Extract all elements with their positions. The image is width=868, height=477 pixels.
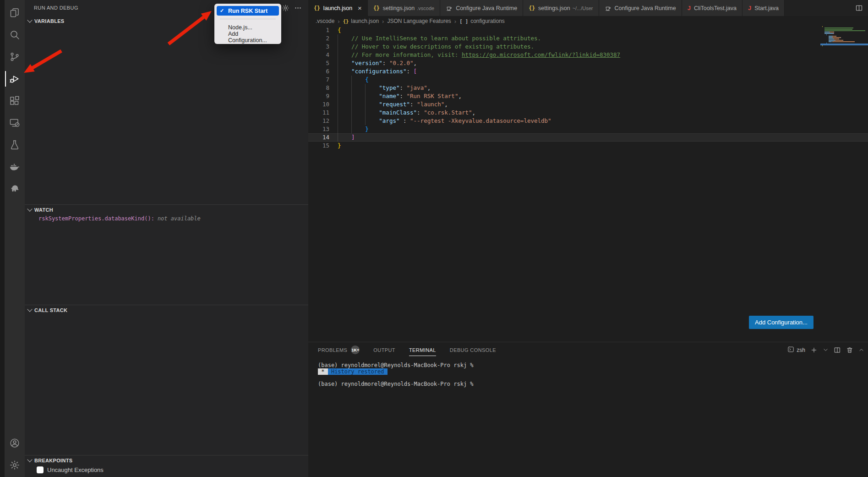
- terminal-instance-selector[interactable]: zsh: [787, 346, 805, 354]
- minimap[interactable]: [822, 26, 866, 47]
- section-breakpoints[interactable]: BREAKPOINTS: [25, 455, 308, 465]
- panel-tabs: PROBLEMS1K+OUTPUTTERMINALDEBUG CONSOLE: [318, 342, 496, 357]
- source-control-icon[interactable]: [5, 46, 25, 68]
- breadcrumb-label: launch.json: [351, 18, 379, 24]
- code-line-10[interactable]: 10 "request": "launch",: [308, 100, 868, 109]
- gradle-elephant-icon[interactable]: [5, 178, 25, 200]
- files-icon[interactable]: [5, 2, 25, 24]
- code-token: "request": [379, 101, 410, 108]
- minimap-current-line: [820, 44, 868, 45]
- minimap-chip: [829, 41, 832, 42]
- split-terminal-icon[interactable]: [834, 346, 841, 354]
- minimap-line: [822, 33, 866, 34]
- more-actions-icon[interactable]: [294, 4, 302, 12]
- code-line-13[interactable]: 13 }: [308, 125, 868, 133]
- uncaught-exceptions-checkbox[interactable]: [37, 466, 44, 473]
- code-token: [338, 76, 365, 83]
- code-line-4[interactable]: 4 // For more information, visit: https:…: [308, 51, 868, 59]
- code-token: }: [365, 126, 369, 132]
- problems-count-badge: 1K+: [351, 345, 360, 354]
- split-editor-icon[interactable]: [850, 0, 868, 16]
- code-token: :: [399, 93, 406, 99]
- breadcrumb-item-vscode[interactable]: .vscode: [316, 18, 334, 24]
- code-token: :: [417, 109, 424, 116]
- account-icon[interactable]: [5, 432, 25, 454]
- tab-label: launch.json: [323, 5, 352, 11]
- code-line-12[interactable]: 12 "args" : "--regtest -Xkeyvalue.dataso…: [308, 117, 868, 125]
- docker-icon[interactable]: [5, 156, 25, 178]
- tab-clitoolstest-java[interactable]: JCliToolsTest.java: [682, 0, 742, 16]
- beaker-icon[interactable]: [5, 134, 25, 156]
- code-line-5[interactable]: 5 "version": "0.2.0",: [308, 59, 868, 67]
- minimap-chip: [822, 45, 823, 46]
- terminal-output[interactable]: (base) reynoldmorel@Reynolds-MacBook-Pro…: [318, 362, 474, 388]
- code-token: [338, 109, 379, 116]
- extensions-icon[interactable]: [5, 90, 25, 112]
- code-token: // For more information, visit:: [338, 51, 462, 58]
- launch-profile-chevron-icon[interactable]: [823, 347, 829, 353]
- breadcrumb-separator: ›: [338, 18, 339, 25]
- panel-tab-debug-console[interactable]: DEBUG CONSOLE: [450, 342, 496, 357]
- tab-start-java[interactable]: JStart.java: [742, 0, 785, 16]
- minimap-chip: [822, 26, 823, 27]
- gear-icon[interactable]: [282, 4, 289, 12]
- code-text: ]: [338, 133, 355, 142]
- panel-tab-terminal[interactable]: TERMINAL: [409, 342, 436, 357]
- minimap-gap: [822, 40, 829, 41]
- minimap-chip: [843, 40, 843, 41]
- breadcrumb-item-configurations[interactable]: [ ]configurations: [459, 18, 505, 24]
- code-text: {: [338, 26, 341, 34]
- remote-explorer-icon[interactable]: [5, 112, 25, 134]
- tab-launch-json[interactable]: {}launch.json×: [308, 0, 368, 16]
- code-line-15[interactable]: 15}: [308, 142, 868, 150]
- chevron-down-icon: [27, 457, 32, 462]
- search-icon[interactable]: [5, 24, 25, 46]
- code-editor[interactable]: 1{2 // Use IntelliSense to learn about p…: [308, 26, 868, 342]
- tab-settings-json[interactable]: {}settings.json~/.../User: [523, 0, 599, 16]
- watch-expression-row[interactable]: rskSystemProperties.databaseKind():not a…: [38, 215, 201, 222]
- panel-tab-label: OUTPUT: [373, 347, 395, 353]
- run-debug-icon[interactable]: [5, 68, 25, 90]
- section-call-stack[interactable]: CALL STACK: [25, 305, 308, 315]
- debug-configuration-menu: ✓Run RSK StartNode.js...Add Configuratio…: [214, 4, 281, 44]
- menu-item-add-configuration[interactable]: Add Configuration...: [217, 32, 279, 42]
- panel-tab-problems[interactable]: PROBLEMS1K+: [318, 342, 360, 357]
- code-line-2[interactable]: 2 // Use IntelliSense to learn about pos…: [308, 34, 868, 43]
- code-text: "configurations": [: [338, 67, 417, 76]
- json-file-icon: {}: [529, 5, 535, 11]
- breadcrumb-item-launch-json[interactable]: {}launch.json: [343, 18, 379, 24]
- tab-configure-java-runtime[interactable]: Configure Java Runtime: [599, 0, 682, 16]
- add-configuration-button[interactable]: Add Configuration...: [749, 316, 813, 329]
- menu-item-run-rsk-start[interactable]: ✓Run RSK Start: [217, 6, 279, 16]
- tab-settings-json[interactable]: {}settings.json.vscode: [368, 0, 440, 16]
- code-token: "name": [379, 93, 399, 99]
- line-number: 9: [308, 92, 338, 100]
- minimap-chip: [829, 36, 832, 37]
- close-icon[interactable]: ×: [358, 5, 362, 11]
- code-token: [338, 101, 379, 108]
- code-token: {: [365, 76, 369, 83]
- tab-configure-java-runtime[interactable]: Configure Java Runtime: [440, 0, 523, 16]
- gear-icon[interactable]: [5, 454, 25, 476]
- code-text: "name": "Run RSK Start",: [338, 92, 462, 100]
- code-link[interactable]: https://go.microsoft.com/fwlink/?linkid=…: [462, 51, 620, 58]
- code-line-1[interactable]: 1{: [308, 26, 868, 34]
- code-line-3[interactable]: 3 // Hover to view descriptions of exist…: [308, 43, 868, 51]
- code-line-6[interactable]: 6 "configurations": [: [308, 67, 868, 76]
- code-line-11[interactable]: 11 "mainClass": "co.rsk.Start",: [308, 109, 868, 117]
- code-line-7[interactable]: 7 {: [308, 76, 868, 84]
- new-terminal-icon[interactable]: [810, 346, 818, 354]
- panel-tab-output[interactable]: OUTPUT: [373, 342, 395, 357]
- menu-separator: [220, 19, 276, 19]
- code-line-14[interactable]: 14 ]: [308, 133, 868, 142]
- code-line-9[interactable]: 9 "name": "Run RSK Start",: [308, 92, 868, 100]
- maximize-panel-icon[interactable]: [858, 347, 864, 353]
- line-number: 4: [308, 51, 338, 59]
- line-number: 3: [308, 43, 338, 51]
- minimap-chip: [829, 37, 832, 38]
- code-line-8[interactable]: 8 "type": "java",: [308, 84, 868, 92]
- kill-terminal-icon[interactable]: [846, 346, 853, 354]
- code-token: "--regtest -Xkeyvalue.datasource=leveldb…: [410, 117, 551, 124]
- breadcrumb-item-json-language-features[interactable]: JSON Language Features: [387, 18, 451, 24]
- section-watch[interactable]: WATCH: [25, 204, 308, 214]
